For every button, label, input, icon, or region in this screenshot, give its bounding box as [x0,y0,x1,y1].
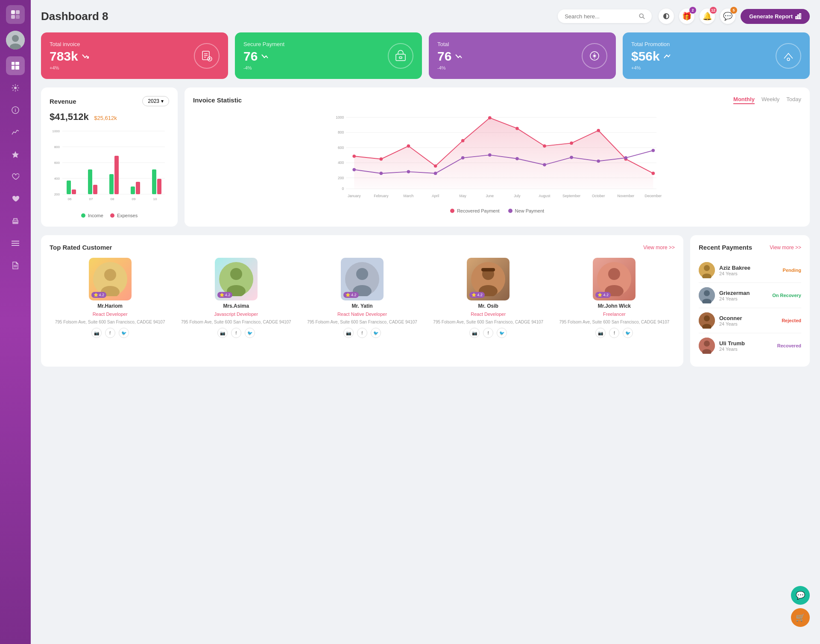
dark-mode-toggle[interactable] [659,9,674,24]
svg-rect-9 [12,66,15,70]
sidebar-item-analytics[interactable] [6,123,25,142]
sidebar-item-heart-outline[interactable] [6,167,25,186]
tab-monthly[interactable]: Monthly [733,96,755,104]
twitter-icon[interactable]: 🐦 [371,328,381,338]
twitter-icon[interactable]: 🐦 [245,328,255,338]
sidebar-item-document[interactable] [6,256,25,275]
facebook-icon[interactable]: f [609,328,619,338]
svg-point-97 [652,149,655,152]
cart-button[interactable]: 🛒 [791,608,810,627]
svg-point-75 [380,157,383,161]
customer-role: Javascript Developer [214,312,258,317]
instagram-icon[interactable]: 📷 [91,328,102,338]
total-change: -4% [437,65,463,70]
search-input[interactable] [565,13,636,20]
total-invoice-icon [194,43,220,69]
revenue-amount: $41,512k [50,111,89,122]
twitter-icon[interactable]: 🐦 [119,328,129,338]
expenses-dot [110,213,114,218]
svg-point-74 [352,154,356,158]
svg-text:1000: 1000 [52,129,60,133]
customer-address: 795 Folsom Ave, Suite 600 San Francisco,… [55,319,165,325]
header-actions: 🎁 2 🔔 12 💬 5 Generate Report [659,9,810,24]
search-icon [639,13,645,20]
instagram-icon[interactable]: 📷 [595,328,606,338]
instagram-icon[interactable]: 📷 [343,328,354,338]
svg-point-82 [570,142,573,145]
svg-point-132 [704,290,710,296]
invoice-statistic-card: Invoice Statistic Monthly Weekly Today [184,87,810,227]
svg-point-83 [597,129,600,132]
payments-title: Recent Payments [699,244,752,251]
customers-view-more[interactable]: View more >> [643,245,675,251]
svg-point-90 [461,156,465,160]
customer-avatar: ⭐ 4.2 [89,258,132,300]
payments-view-more[interactable]: View more >> [770,245,801,251]
customer-address: 795 Folsom Ave, Suite 600 San Francisco,… [559,319,670,325]
svg-point-77 [434,164,437,168]
svg-rect-3 [16,15,20,19]
year-selector[interactable]: 2023 ▾ [142,96,169,106]
customer-avatar: ⭐ 4.2 [341,258,384,300]
customer-role: React Native Developer [337,312,387,317]
gift-notification[interactable]: 🎁 2 [679,9,694,24]
svg-point-22 [639,14,643,17]
trend-down-icon [82,53,89,59]
tab-weekly[interactable]: Weekly [761,96,779,104]
svg-point-111 [104,269,116,281]
total-promotion-change: +4% [631,65,671,70]
sidebar-logo[interactable] [6,5,25,24]
recent-payments-card: Recent Payments View more >> Aziz Bakree… [690,235,810,367]
sidebar-item-print[interactable] [6,212,25,230]
facebook-icon[interactable]: f [357,328,367,338]
svg-rect-1 [16,10,20,14]
generate-report-button[interactable]: Generate Report [741,9,810,24]
total-invoice-change: +4% [50,65,89,70]
svg-point-118 [356,268,368,280]
sidebar-item-star[interactable] [6,145,25,164]
svg-text:December: December [645,194,662,198]
user-avatar[interactable] [6,31,25,50]
svg-point-86 [352,168,356,172]
instagram-icon[interactable]: 📷 [469,328,480,338]
svg-text:April: April [432,194,439,198]
sidebar-item-dashboard[interactable] [6,56,25,75]
svg-point-81 [543,144,546,148]
chat-notification[interactable]: 💬 5 [720,9,735,24]
support-button[interactable]: 💬 [791,586,810,605]
sidebar-item-heart-filled[interactable] [6,189,25,208]
instagram-icon[interactable]: 📷 [217,328,228,338]
sidebar-item-info[interactable]: i [6,101,25,119]
facebook-icon[interactable]: f [483,328,493,338]
svg-rect-50 [109,174,114,194]
customer-name: Mr. Osib [478,303,498,309]
svg-point-138 [704,341,710,347]
svg-text:May: May [460,194,467,198]
search-bar[interactable] [558,9,652,23]
sidebar-item-settings[interactable] [6,79,25,97]
facebook-icon[interactable]: f [105,328,115,338]
svg-rect-53 [136,182,140,194]
svg-text:800: 800 [338,130,344,134]
payment-status: Rejected [782,318,801,323]
gift-badge: 2 [689,7,696,14]
bell-notification[interactable]: 🔔 12 [700,9,715,24]
customer-item: ⭐ 4.2 Mr. Yatin React Native Developer 7… [302,258,422,338]
payment-avatar [699,262,715,278]
twitter-icon[interactable]: 🐦 [623,328,633,338]
facebook-icon[interactable]: f [231,328,241,338]
payment-avatar [699,312,715,329]
svg-point-85 [652,172,655,175]
tab-today[interactable]: Today [786,96,801,104]
twitter-icon[interactable]: 🐦 [497,328,507,338]
line-chart-legend: Recovered Payment New Payment [193,208,801,213]
total-invoice-label: Total invoice [50,41,89,47]
customers-title: Top Rated Customer [50,244,112,251]
total-promotion-icon [776,43,801,69]
svg-point-35 [787,58,790,61]
floating-buttons: 💬 🛒 [791,586,810,627]
payment-age: 24 Years [719,321,777,326]
svg-marker-14 [12,151,19,158]
bar-legend: Income Expenses [50,213,169,218]
sidebar-item-menu[interactable] [6,234,25,253]
